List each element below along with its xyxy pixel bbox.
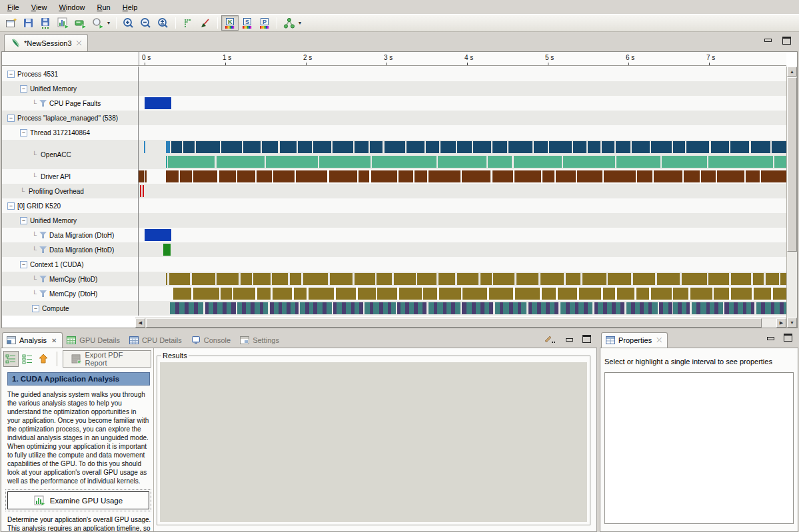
timeline-interval[interactable] <box>582 273 606 285</box>
timeline-interval[interactable] <box>570 302 575 314</box>
timeline-interval[interactable] <box>620 302 624 314</box>
timeline-interval[interactable] <box>508 141 532 153</box>
examine-gpu-usage-button[interactable]: Examine GPU Usage <box>7 491 149 509</box>
timeline-interval[interactable] <box>556 170 576 182</box>
timeline-interval[interactable] <box>654 170 682 182</box>
horizontal-scrollbar[interactable]: ◀ ▶ <box>135 318 786 328</box>
collapse-icon[interactable]: − <box>20 261 27 268</box>
timeline-interval[interactable] <box>476 302 480 314</box>
tree-row[interactable]: −[0] GRID K520 <box>2 198 138 213</box>
timeline-interval[interactable] <box>273 288 292 300</box>
process-coloring-button[interactable]: P <box>256 15 273 31</box>
timeline-interval[interactable] <box>495 302 500 314</box>
scroll-up-icon[interactable]: ▲ <box>787 67 797 77</box>
timeline-interval[interactable] <box>317 302 322 314</box>
timeline-interval[interactable] <box>682 302 686 314</box>
timeline-interval[interactable] <box>488 156 512 168</box>
timeline-interval[interactable] <box>692 302 696 314</box>
timeline-interval[interactable] <box>696 302 701 314</box>
timeline-interval[interactable] <box>329 170 358 182</box>
zoom-out-button[interactable] <box>137 15 155 31</box>
filter-icon[interactable] <box>39 232 47 238</box>
timeline-interval[interactable] <box>710 302 714 314</box>
tree-row[interactable]: └Profiling Overhead <box>2 184 138 198</box>
timeline-interval[interactable] <box>602 141 614 153</box>
tree-row[interactable]: └MemCpy (HtoD) <box>2 272 138 286</box>
timeline-interval[interactable] <box>217 302 223 314</box>
timeline-interval[interactable] <box>257 170 272 182</box>
menu-file[interactable]: File <box>2 1 26 13</box>
dropdown-caret-icon[interactable]: ▾ <box>298 20 304 26</box>
timeline-interval[interactable] <box>616 141 630 153</box>
timeline-interval[interactable] <box>588 141 600 153</box>
tree-row[interactable]: −Unified Memory <box>2 213 138 228</box>
collapse-icon[interactable]: − <box>20 217 27 224</box>
filter-icon[interactable] <box>39 246 47 253</box>
timeline-interval[interactable] <box>180 170 192 182</box>
timeline-interval[interactable] <box>766 273 779 285</box>
timeline-interval[interactable] <box>673 141 684 153</box>
collapse-icon[interactable]: − <box>20 129 27 136</box>
timeline-interval[interactable] <box>563 156 615 168</box>
timeline-interval[interactable] <box>163 244 171 256</box>
timeline-interval[interactable] <box>751 141 771 153</box>
tree-row[interactable]: └Driver API <box>2 169 138 184</box>
timeline-interval[interactable] <box>751 302 754 314</box>
timeline-interval[interactable] <box>237 302 242 314</box>
timeline-interval[interactable] <box>673 288 688 300</box>
close-icon[interactable]: ⤫ <box>75 39 82 47</box>
view-menu-icon[interactable] <box>543 334 556 344</box>
timeline-interval[interactable] <box>521 302 527 314</box>
timeline-interval[interactable] <box>608 273 631 285</box>
timeline-interval[interactable] <box>513 302 518 314</box>
timeline-interval[interactable] <box>266 156 318 168</box>
timeline-interval[interactable] <box>173 288 192 300</box>
timeline-interval[interactable] <box>438 273 455 285</box>
timeline-interval[interactable] <box>731 273 751 285</box>
timeline-interval[interactable] <box>455 302 460 314</box>
timeline-interval[interactable] <box>457 273 478 285</box>
timeline-interval[interactable] <box>440 141 456 153</box>
timeline-interval[interactable] <box>294 288 307 300</box>
timeline-interval[interactable] <box>484 302 489 314</box>
timeline-interval[interactable] <box>780 273 786 285</box>
timeline-interval[interactable] <box>221 288 231 300</box>
timeline-interval[interactable] <box>773 288 786 300</box>
timeline-interval[interactable] <box>282 302 287 314</box>
timeline-interval[interactable] <box>359 302 363 314</box>
timeline-interval[interactable] <box>651 288 672 300</box>
timeline-interval[interactable] <box>651 141 672 153</box>
timeline-interval[interactable] <box>273 170 295 182</box>
timeline-interval[interactable] <box>383 302 388 314</box>
mark-timeline-button[interactable] <box>179 15 197 31</box>
tab-settings[interactable]: Settings <box>236 333 285 348</box>
tree-row[interactable]: └CPU Page Faults <box>2 96 138 111</box>
timeline-interval[interactable] <box>296 170 327 182</box>
timeline-interval[interactable] <box>262 141 278 153</box>
timeline-interval[interactable] <box>558 288 578 300</box>
tree-row[interactable]: └MemCpy (DtoH) <box>2 286 138 301</box>
timeline-interval[interactable] <box>145 229 171 241</box>
timeline-interval[interactable] <box>399 288 422 300</box>
timeline-interval[interactable] <box>644 302 648 314</box>
timeline-interval[interactable] <box>217 273 239 285</box>
timeline-interval[interactable] <box>598 302 603 314</box>
timeline-interval[interactable] <box>409 302 414 314</box>
timeline-interval[interactable] <box>406 141 424 153</box>
timeline-interval[interactable] <box>635 302 640 314</box>
timeline-interval[interactable] <box>391 302 396 314</box>
timeline-interval[interactable] <box>761 170 786 182</box>
timeline-interval[interactable] <box>414 170 427 182</box>
timeline-interval[interactable] <box>139 170 144 182</box>
zoom-fit-button[interactable] <box>155 15 172 31</box>
timeline-interval[interactable] <box>489 302 493 314</box>
zoom-run-button[interactable] <box>89 15 107 31</box>
timeline-interval[interactable] <box>219 170 237 182</box>
timeline-interval[interactable] <box>541 302 546 314</box>
menu-run[interactable]: Run <box>92 1 117 13</box>
timeline-interval[interactable] <box>179 302 185 314</box>
timeline-interval[interactable] <box>377 273 392 285</box>
tree-row[interactable]: −Context 1 (CUDA) <box>2 257 138 272</box>
timeline-interval[interactable] <box>633 273 655 285</box>
timeline-interval[interactable] <box>708 156 773 168</box>
